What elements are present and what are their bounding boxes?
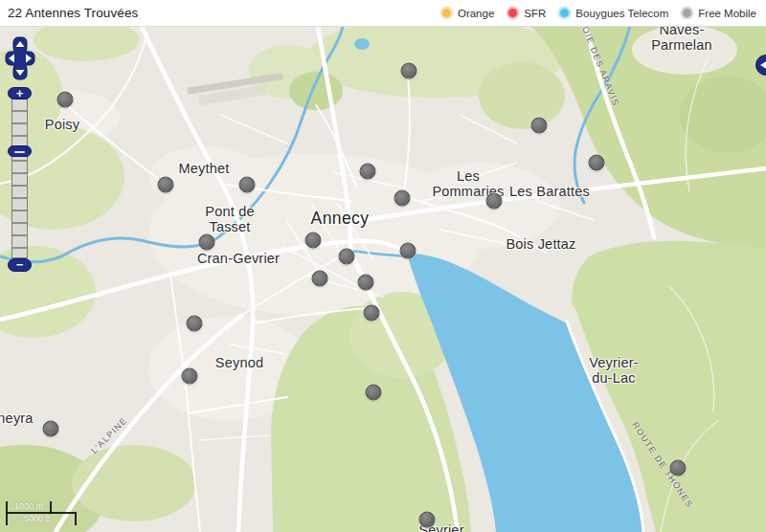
- orange-dot-icon: [440, 7, 453, 19]
- legend-item-free[interactable]: Free Mobile: [681, 7, 756, 19]
- antenna-marker[interactable]: [366, 385, 382, 401]
- arrow-left-icon: [760, 60, 766, 70]
- legend-item-sfr[interactable]: SFR: [507, 7, 546, 19]
- map-canvas[interactable]: PoisyMeythetPont de TassetAnnecyLes Pomm…: [0, 0, 766, 532]
- antenna-marker[interactable]: [182, 368, 198, 385]
- antenna-marker[interactable]: [419, 512, 436, 528]
- antenna-marker[interactable]: [394, 190, 411, 207]
- sfr-dot-icon: [507, 7, 519, 19]
- antenna-marker[interactable]: [187, 316, 203, 332]
- zoom-slider-track[interactable]: [11, 99, 28, 258]
- legend-label-sfr: SFR: [524, 8, 546, 19]
- zoom-in-button[interactable]: +: [8, 87, 32, 100]
- antenna-marker[interactable]: [239, 177, 256, 193]
- legend-item-orange[interactable]: Orange: [440, 7, 494, 19]
- antenna-marker[interactable]: [158, 177, 174, 193]
- scale-line: 1000 m 5000 ft: [6, 501, 79, 525]
- legend-item-bouygues[interactable]: Bouygues Telecom: [558, 7, 668, 19]
- scale-tick: [75, 512, 77, 525]
- antenna-marker[interactable]: [305, 233, 322, 249]
- antenna-marker[interactable]: [486, 193, 503, 210]
- antenna-marker[interactable]: [358, 275, 374, 291]
- zoom-slider-handle[interactable]: [8, 145, 32, 157]
- antenna-marker[interactable]: [531, 118, 548, 134]
- antenna-marker[interactable]: [339, 249, 355, 265]
- scale-metric-label: 1000 m: [14, 501, 43, 511]
- header-bar: 22 Antennes Trouvées OrangeSFRBouygues T…: [0, 0, 766, 27]
- pan-control[interactable]: [5, 36, 35, 80]
- antenna-marker[interactable]: [400, 243, 417, 259]
- legend: OrangeSFRBouygues TelecomFree Mobile: [440, 7, 756, 19]
- minus-icon: −: [16, 257, 24, 272]
- free-dot-icon: [681, 7, 693, 19]
- map-tiles: [0, 0, 766, 532]
- antenna-marker[interactable]: [364, 305, 380, 321]
- antenna-marker[interactable]: [670, 460, 687, 477]
- legend-label-free: Free Mobile: [698, 8, 756, 19]
- legend-label-orange: Orange: [458, 8, 494, 19]
- plus-icon: +: [16, 86, 24, 100]
- scale-imperial-label: 5000 ft: [24, 514, 51, 523]
- antenna-marker[interactable]: [312, 271, 328, 287]
- legend-label-bouygues: Bouygues Telecom: [575, 8, 668, 19]
- antenna-marker[interactable]: [199, 234, 215, 251]
- antenna-marker[interactable]: [589, 155, 605, 171]
- antenna-marker[interactable]: [43, 421, 59, 437]
- antenna-marker[interactable]: [57, 92, 74, 108]
- scale-tick: [50, 501, 52, 514]
- antenna-marker[interactable]: [401, 63, 417, 79]
- bouygues-dot-icon: [558, 7, 571, 19]
- zoom-out-button[interactable]: −: [8, 258, 32, 272]
- pond: [354, 38, 370, 50]
- antenna-map-app: PoisyMeythetPont de TassetAnnecyLes Pomm…: [0, 0, 766, 532]
- results-count-title: 22 Antennes Trouvées: [8, 6, 138, 20]
- antenna-marker[interactable]: [360, 164, 376, 180]
